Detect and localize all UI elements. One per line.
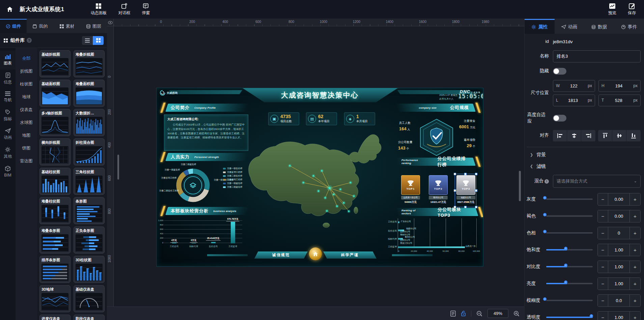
unlock-icon[interactable]	[461, 311, 466, 316]
decrement-button[interactable]: −	[598, 210, 608, 222]
value-field[interactable]: 1.00	[608, 278, 629, 290]
grid-view-button[interactable]	[93, 36, 104, 45]
dashboard-page[interactable]: 大成咨询智慧决策中心 大成咨询 DNC大成咨询 2025-1-07 星期五农历九…	[156, 88, 483, 267]
value-field[interactable]: 1.00	[608, 261, 629, 273]
outline-panel-button[interactable]	[450, 311, 456, 317]
rail-item-bim[interactable]: BIM	[0, 163, 16, 181]
sepia-slider[interactable]	[546, 215, 593, 217]
cat-map[interactable]: 地图	[16, 129, 37, 142]
value-field[interactable]: 0	[608, 227, 629, 239]
cat-pie[interactable]: 饼图	[16, 142, 37, 155]
decrement-button[interactable]: −	[598, 295, 608, 306]
component-card[interactable]: 正负条形图	[74, 226, 105, 254]
component-card[interactable]: 基础面积图	[39, 80, 71, 107]
component-card[interactable]: 3D地球	[39, 285, 71, 312]
cat-radar[interactable]: 雷达图	[16, 155, 37, 167]
cat-all[interactable]: 全部	[16, 52, 37, 65]
component-card[interactable]: 排序条形图	[39, 256, 71, 283]
component-card[interactable]: 横向折线图	[39, 138, 71, 165]
popup-button[interactable]: 弹窗	[142, 3, 150, 16]
decrement-button[interactable]: −	[598, 244, 608, 256]
hue-slider[interactable]	[546, 232, 593, 234]
auto-height-toggle[interactable]	[553, 115, 566, 122]
rail-item-animation[interactable]: 动画	[0, 125, 16, 144]
tab-assets[interactable]: 素材	[54, 19, 80, 33]
zoom-out-button[interactable]	[476, 311, 482, 317]
cat-bar[interactable]: 柱状图	[16, 78, 37, 90]
component-card[interactable]: 堆叠面积图	[74, 80, 105, 107]
background-section-toggle[interactable]: ❯ 背景	[530, 152, 641, 158]
component-card[interactable]: 堆叠条形图	[39, 226, 71, 254]
value-field[interactable]: 0.00	[608, 193, 629, 205]
zoom-level[interactable]: 49%	[487, 309, 508, 318]
contrast-slider[interactable]	[546, 266, 593, 267]
align-left-button[interactable]	[553, 130, 567, 141]
component-card[interactable]: 多x轴折线图	[39, 109, 71, 136]
tab-animation[interactable]: 动画	[555, 19, 585, 34]
decrement-button[interactable]: −	[598, 227, 608, 239]
align-right-button[interactable]	[581, 130, 595, 141]
dialog-button[interactable]: 对话框	[118, 3, 130, 16]
brightness-slider[interactable]	[546, 283, 593, 284]
increment-button[interactable]: +	[629, 193, 640, 205]
component-card[interactable]: 基础柱状图	[39, 168, 71, 195]
tab-components[interactable]: 组件	[0, 19, 27, 33]
align-bottom-button[interactable]	[626, 130, 641, 141]
save-button[interactable]: 保存	[628, 3, 636, 16]
cat-gauge[interactable]: 仪表盘	[16, 103, 37, 116]
rail-item-nav[interactable]: 导航	[0, 88, 16, 106]
component-card[interactable]: 基础仪表盘	[74, 285, 105, 312]
rail-item-charts[interactable]: 图表	[0, 51, 16, 70]
increment-button[interactable]: +	[629, 312, 640, 320]
tab-mine[interactable]: 我的	[27, 19, 53, 33]
filter-section-toggle[interactable]: ❮ 滤镜	[530, 163, 641, 169]
width-field[interactable]: W122px	[553, 80, 595, 92]
zoom-in-button[interactable]	[513, 311, 520, 317]
cat-globe[interactable]: 地球	[16, 90, 37, 103]
component-card[interactable]: 阶段仪表盘	[74, 315, 105, 320]
increment-button[interactable]: +	[629, 227, 640, 239]
canvas-area[interactable]: 0 200 400 600 800 1000 1200 1400 1600 18…	[107, 19, 524, 320]
selected-component-outline[interactable]	[455, 174, 476, 207]
value-field[interactable]: 1.00	[608, 312, 629, 320]
left-scrollbar-thumb[interactable]	[117, 155, 119, 180]
rail-item-info[interactable]: 信息	[0, 70, 16, 88]
right-scrollbar-thumb[interactable]	[519, 171, 521, 201]
help-icon[interactable]: ?	[27, 38, 32, 43]
blur-slider[interactable]	[546, 300, 593, 301]
component-card[interactable]: 折柱混合图	[74, 138, 105, 165]
align-top-button[interactable]	[598, 130, 612, 141]
tab-layers[interactable]: 图层	[80, 19, 107, 33]
list-view-button[interactable]	[82, 36, 93, 45]
component-card[interactable]: 堆叠柱状图	[39, 197, 71, 224]
tab-events[interactable]: 事件	[614, 19, 644, 34]
increment-button[interactable]: +	[629, 295, 640, 306]
component-card[interactable]: 堆叠折线图	[74, 50, 105, 77]
saturation-slider[interactable]	[546, 249, 593, 250]
tab-data[interactable]: 数据	[584, 19, 614, 34]
home-button[interactable]	[5, 4, 15, 15]
decrement-button[interactable]: −	[598, 312, 608, 320]
left-field[interactable]: L1813px	[553, 95, 595, 106]
cat-liquid[interactable]: 水球图	[16, 116, 37, 129]
grayscale-slider[interactable]	[546, 198, 593, 200]
blend-mode-select[interactable]: 请选择混合方式 ⌄	[553, 175, 641, 188]
dynamic-panel-button[interactable]: 动态面板	[90, 3, 107, 16]
tab-properties[interactable]: 属性	[525, 19, 555, 34]
decrement-button[interactable]: −	[598, 261, 608, 273]
value-field[interactable]: 0.0	[608, 295, 629, 306]
ruler-eye-toggle[interactable]	[107, 19, 114, 26]
height-field[interactable]: H194px	[598, 80, 641, 92]
increment-button[interactable]: +	[629, 261, 640, 273]
increment-button[interactable]: +	[629, 244, 640, 256]
opacity-slider[interactable]	[546, 317, 593, 318]
decrement-button[interactable]: −	[598, 278, 608, 290]
component-card[interactable]: 三角柱状图	[74, 168, 105, 195]
component-card[interactable]: 3D柱状图	[74, 256, 105, 283]
increment-button[interactable]: +	[629, 278, 640, 290]
preview-button[interactable]: 预览	[608, 3, 616, 16]
decrement-button[interactable]: −	[598, 193, 608, 205]
cat-line[interactable]: 折线图	[16, 65, 37, 78]
component-card[interactable]: 大数据折…	[74, 109, 105, 136]
align-middle-button[interactable]	[612, 130, 626, 141]
